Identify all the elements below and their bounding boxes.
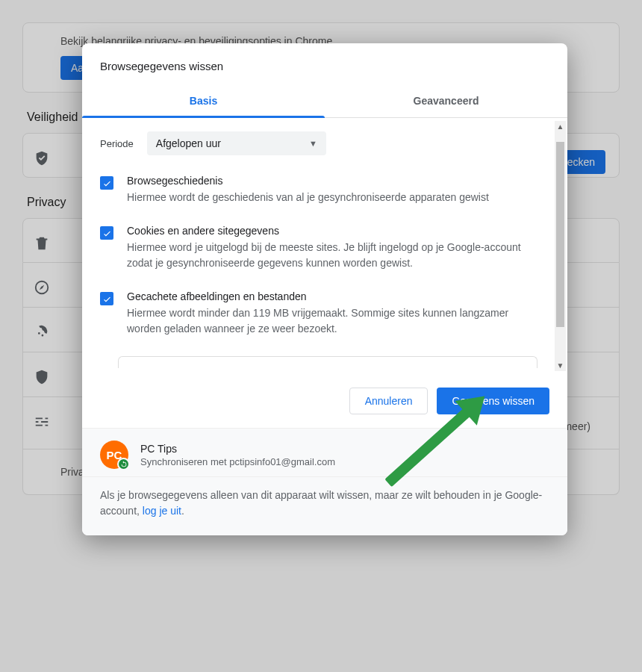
avatar: PC <box>100 441 128 469</box>
option-title: Cookies en andere sitegegevens <box>127 225 537 237</box>
chevron-down-icon: ▼ <box>309 139 317 148</box>
scroll-down-icon[interactable]: ▼ <box>555 360 566 371</box>
scrollbar-thumb[interactable] <box>556 142 564 327</box>
dialog-tabs: Basis Geavanceerd <box>82 86 567 118</box>
option-desc: Hiermee word je uitgelogd bij de meeste … <box>127 240 537 271</box>
sync-badge <box>117 458 130 470</box>
tab-basic[interactable]: Basis <box>82 86 325 117</box>
scrollbar[interactable]: ▲ ▼ <box>555 121 566 371</box>
sign-out-link[interactable]: log je uit <box>143 505 181 517</box>
clear-browsing-data-dialog: Browsegegevens wissen Basis Geavanceerd … <box>82 43 567 535</box>
footnote-text-b: . <box>181 505 184 517</box>
sync-icon <box>120 461 128 468</box>
option-title: Gecachete afbeeldingen en bestanden <box>127 290 537 302</box>
check-icon <box>102 178 112 188</box>
dialog-body: ▲ ▼ Periode Afgelopen uur ▼ Browsegeschi… <box>82 118 567 374</box>
dialog-title: Browsegegevens wissen <box>82 43 567 86</box>
option-desc: Hiermee wordt de geschiedenis van al je … <box>127 190 489 205</box>
checkbox-browsing-history[interactable] <box>100 176 113 190</box>
footnote: Als je browsegegevens alleen van dit app… <box>82 476 567 535</box>
time-range-label: Periode <box>100 138 134 149</box>
time-range-value: Afgelopen uur <box>156 137 221 149</box>
cancel-button[interactable]: Annuleren <box>349 388 428 414</box>
checkbox-cookies[interactable] <box>100 226 113 240</box>
dialog-actions: Annuleren Gegevens wissen <box>82 374 567 428</box>
option-cookies: Cookies en andere sitegegevens Hiermee w… <box>100 225 549 271</box>
option-title: Browsegeschiedenis <box>127 175 489 187</box>
partial-next-row <box>118 356 537 368</box>
scroll-up-icon[interactable]: ▲ <box>555 121 566 132</box>
account-section: PC PC Tips Synchroniseren met pctipsinfo… <box>82 428 567 476</box>
option-cache: Gecachete afbeeldingen en bestanden Hier… <box>100 290 549 337</box>
option-desc: Hiermee wordt minder dan 119 MB vrijgema… <box>127 305 537 337</box>
time-range-select[interactable]: Afgelopen uur ▼ <box>147 131 326 155</box>
account-name: PC Tips <box>140 443 335 455</box>
tab-advanced[interactable]: Geavanceerd <box>325 86 567 117</box>
check-icon <box>102 228 112 238</box>
checkbox-cache[interactable] <box>100 292 113 305</box>
account-sync-text: Synchroniseren met pctipsinfo01@gmail.co… <box>140 456 335 467</box>
check-icon <box>102 294 112 304</box>
option-browsing-history: Browsegeschiedenis Hiermee wordt de gesc… <box>100 175 549 205</box>
